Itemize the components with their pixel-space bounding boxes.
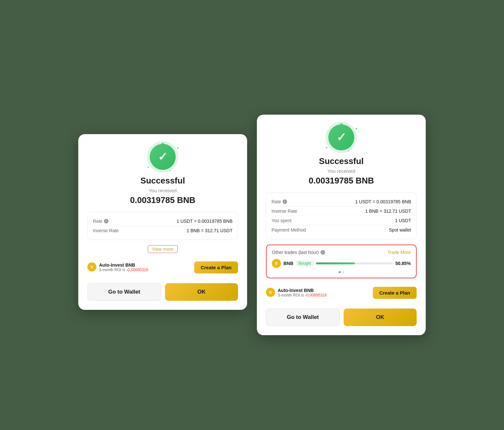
sparkle-icon [147, 166, 149, 168]
auto-invest-name-right: Auto-Invest BNB [278, 288, 327, 293]
success-circle: ✓ [150, 144, 176, 170]
auto-invest-info-right: B Auto-Invest BNB 3-month ROI is -0.0069… [266, 288, 327, 297]
rate-row-right: Rate i 1 USDT = 0.00319785 BNB [271, 197, 411, 207]
sparkle-icon [340, 123, 343, 126]
bottom-buttons-right: Go to Wallet OK [266, 309, 417, 326]
dialogs-container: ✓ Successful You received 0.00319785 BNB… [78, 95, 426, 335]
you-spent-label: You spent [271, 218, 292, 223]
auto-invest-section-right: B Auto-Invest BNB 3-month ROI is -0.0069… [266, 284, 417, 302]
you-received-label: You received [87, 188, 238, 193]
auto-invest-section-left: B Auto-Invest BNB 3-month ROI is -0.0069… [87, 258, 238, 277]
go-to-wallet-button-left[interactable]: Go to Wallet [87, 283, 161, 301]
sparkle-icon [169, 170, 171, 171]
inverse-rate-value-right: 1 BNB = 312.71 USDT [365, 209, 411, 214]
create-plan-button-right[interactable]: Create a Plan [373, 287, 417, 299]
go-to-wallet-button-right[interactable]: Go to Wallet [266, 309, 340, 326]
you-spent-value: 1 USDT [395, 218, 411, 223]
received-amount: 0.00319785 BNB [87, 195, 238, 205]
inverse-rate-label-right: Inverse Rate [271, 209, 297, 214]
other-trades-header: Other trades (last hour) i Trade More [272, 250, 411, 255]
rate-label: Rate i [93, 219, 108, 224]
other-trades-info-icon: i [321, 250, 325, 255]
progress-bar-wrapper [316, 262, 393, 264]
you-spent-row: You spent 1 USDT [271, 216, 411, 225]
dialog-right: ✓ Successful You received 0.00319785 BNB… [257, 115, 426, 335]
bought-badge: Bought [296, 260, 313, 266]
view-more-link[interactable]: View more [148, 245, 178, 253]
view-more-wrapper: View more [87, 245, 238, 253]
coin-label: BNB [284, 261, 293, 266]
ok-button-right[interactable]: OK [344, 309, 417, 326]
trade-percent: 50.85% [396, 261, 411, 266]
checkmark-icon: ✓ [158, 150, 168, 164]
rate-table-left: Rate i 1 USDT = 0.00319785 BNB Inverse R… [87, 212, 238, 240]
you-received-label-right: You received [266, 168, 417, 174]
rate-value: 1 USDT = 0.00319785 BNB [177, 219, 233, 224]
progress-bar-fill [316, 262, 355, 264]
dot-active [339, 271, 341, 273]
roi-value-right: -0.00695316 [305, 293, 327, 297]
sparkle-icon [177, 147, 179, 149]
trade-dots [272, 271, 411, 273]
success-circle-right: ✓ [328, 124, 354, 150]
other-trades-title: Other trades (last hour) i [272, 250, 325, 255]
payment-method-value: Spot wallet [389, 227, 411, 233]
bnb-coin-icon: B [87, 262, 96, 272]
payment-method-row: Payment Method Spot wallet [271, 225, 411, 234]
ok-button-left[interactable]: OK [165, 283, 238, 301]
trade-more-link[interactable]: Trade More [387, 250, 411, 255]
auto-invest-roi-right: 3-month ROI is -0.00695316 [278, 293, 327, 297]
auto-invest-info-left: B Auto-Invest BNB 3-month ROI is -0.0069… [87, 262, 148, 272]
dialog-title: Successful [87, 176, 238, 186]
inverse-rate-value: 1 BNB = 312.71 USDT [187, 228, 233, 233]
bnb-trade-icon: B [272, 259, 281, 268]
inverse-rate-row: Inverse Rate 1 BNB = 312.71 USDT [93, 226, 233, 235]
rate-value-right: 1 USDT = 0.00319785 BNB [355, 199, 411, 204]
trade-row: B BNB Bought 50.85% [272, 259, 411, 268]
received-amount-right: 0.00319785 BNB [266, 176, 417, 186]
rate-label-right: Rate i [271, 199, 287, 204]
bottom-buttons-left: Go to Wallet OK [87, 283, 238, 301]
bnb-coin-icon-right: B [266, 288, 275, 297]
sparkle-icon [348, 150, 349, 152]
auto-invest-name-left: Auto-Invest BNB [99, 262, 148, 268]
sparkle-icon [326, 147, 328, 149]
info-icon: i [104, 219, 108, 223]
dialog-title-right: Successful [266, 156, 417, 166]
auto-invest-text-right: Auto-Invest BNB 3-month ROI is -0.006953… [278, 288, 327, 297]
other-trades-box: Other trades (last hour) i Trade More B … [266, 245, 417, 278]
info-icon-right: i [283, 199, 287, 204]
dialog-left: ✓ Successful You received 0.00319785 BNB… [78, 134, 247, 310]
inverse-rate-row-right: Inverse Rate 1 BNB = 312.71 USDT [271, 207, 411, 216]
sparkle-icon [355, 128, 358, 130]
rate-table-right: Rate i 1 USDT = 0.00319785 BNB Inverse R… [266, 192, 417, 239]
payment-method-label: Payment Method [271, 227, 306, 233]
sparkle-icon [161, 142, 164, 145]
auto-invest-roi-left: 3-month ROI is -0.00695316 [99, 268, 148, 272]
checkmark-icon-right: ✓ [336, 131, 346, 144]
rate-row: Rate i 1 USDT = 0.00319785 BNB [93, 217, 233, 226]
inverse-rate-label: Inverse Rate [93, 228, 119, 233]
success-icon-wrapper-right: ✓ [266, 124, 417, 150]
create-plan-button-left[interactable]: Create a Plan [194, 261, 238, 273]
auto-invest-text-left: Auto-Invest BNB 3-month ROI is -0.006953… [99, 262, 148, 272]
roi-value-left: -0.00695316 [126, 268, 148, 272]
dot [342, 271, 344, 273]
success-icon-wrapper: ✓ [87, 144, 238, 170]
